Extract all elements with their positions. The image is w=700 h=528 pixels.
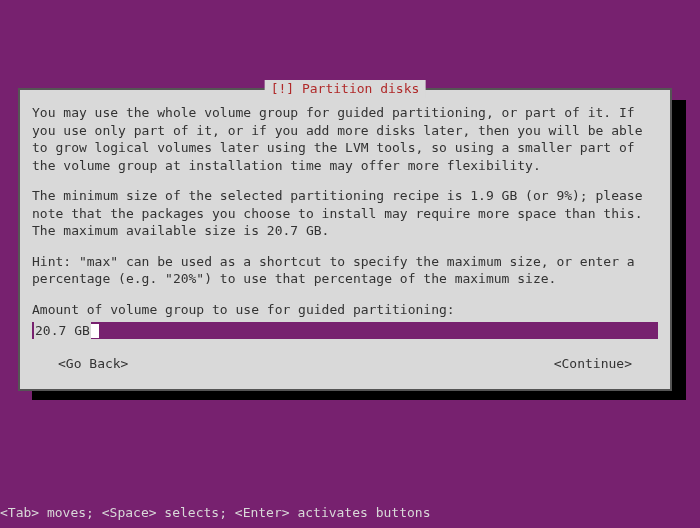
go-back-button[interactable]: <Go Back> (58, 355, 128, 373)
text-cursor (91, 324, 99, 338)
continue-button[interactable]: <Continue> (554, 355, 632, 373)
dialog-title: [!] Partition disks (265, 80, 426, 98)
button-row: <Go Back> <Continue> (28, 349, 662, 375)
input-value: 20.7 GB (34, 322, 91, 340)
dialog-paragraph: The minimum size of the selected partiti… (28, 187, 662, 240)
dialog-paragraph: Hint: "max" can be used as a shortcut to… (28, 253, 662, 288)
dialog-paragraph: You may use the whole volume group for g… (28, 104, 662, 174)
volume-size-input[interactable]: 20.7 GB (32, 322, 658, 339)
prompt-label: Amount of volume group to use for guided… (28, 301, 662, 319)
partition-dialog: [!] Partition disks You may use the whol… (18, 88, 672, 391)
footer-hint: <Tab> moves; <Space> selects; <Enter> ac… (0, 504, 430, 522)
